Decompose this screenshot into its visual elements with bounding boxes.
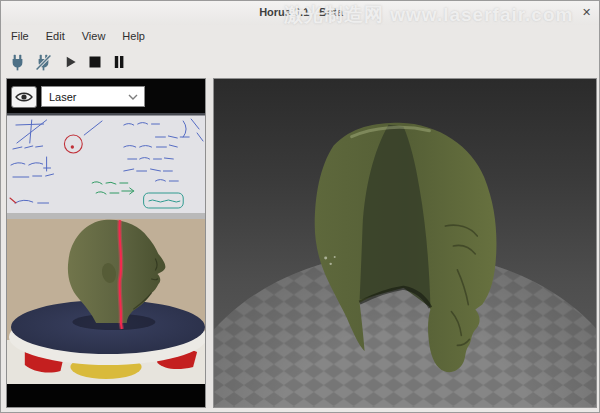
menu-item-view[interactable]: View bbox=[82, 30, 106, 42]
camera-panel: Laser bbox=[6, 78, 206, 408]
camera-toolbar: Laser bbox=[7, 79, 205, 113]
stop-button[interactable] bbox=[84, 50, 106, 74]
menu-bar: File Edit View Help bbox=[1, 25, 600, 47]
scene-3d-panel[interactable] bbox=[213, 78, 597, 408]
plug-connect-icon bbox=[9, 54, 26, 71]
stop-icon bbox=[87, 54, 103, 70]
pause-icon bbox=[111, 54, 127, 70]
whiteboard-tray bbox=[7, 213, 205, 219]
close-icon: ✕ bbox=[582, 6, 591, 18]
camera-feed bbox=[7, 113, 205, 384]
close-button[interactable]: ✕ bbox=[579, 5, 594, 20]
pause-button[interactable] bbox=[108, 50, 130, 74]
menu-item-edit[interactable]: Edit bbox=[46, 30, 65, 42]
play-button[interactable] bbox=[59, 50, 81, 74]
toolbar: Scanning workbench bbox=[1, 47, 600, 78]
watermark: 激光制造网 www.laserfair.com bbox=[284, 2, 573, 28]
connect-button[interactable] bbox=[6, 50, 28, 74]
play-icon bbox=[63, 54, 78, 70]
video-source-select-value: Laser bbox=[49, 91, 77, 103]
disconnect-button[interactable] bbox=[32, 50, 54, 74]
menu-item-help[interactable]: Help bbox=[122, 30, 145, 42]
toggle-view-button[interactable] bbox=[11, 86, 37, 108]
chevron-down-icon bbox=[128, 94, 138, 100]
video-source-select[interactable]: Laser bbox=[41, 86, 145, 107]
scene-3d-canvas bbox=[214, 79, 596, 407]
panel-divider bbox=[206, 78, 213, 408]
letterbox-bar bbox=[7, 384, 205, 407]
app-window: Horus 0.1 - Beta ✕ 激光制造网 www.laserfair.c… bbox=[0, 0, 600, 413]
plug-disconnect-icon bbox=[35, 54, 52, 71]
menu-item-file[interactable]: File bbox=[11, 30, 29, 42]
eye-icon bbox=[15, 91, 33, 103]
